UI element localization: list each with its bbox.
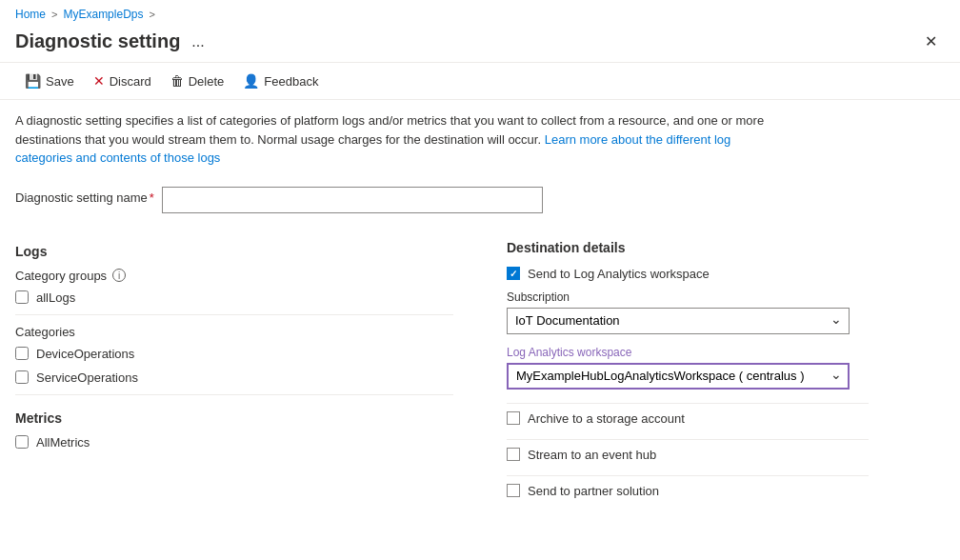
subscription-label: Subscription [507,290,945,304]
delete-label: Delete [189,74,225,89]
toolbar: 💾 Save ✕ Discard 🗑 Delete 👤 Feedback [0,62,960,100]
destination-header: Destination details [507,240,945,255]
event-hub-checkbox[interactable] [507,448,520,461]
info-icon[interactable]: i [112,269,126,282]
logs-header: Logs [15,244,469,259]
main-content: Logs Category groups i allLogs Categorie… [0,232,960,519]
logs-divider-1 [15,314,453,315]
discard-icon: ✕ [93,73,105,89]
alllogs-checkbox[interactable] [15,290,29,304]
dest-divider-3 [507,475,869,476]
description-text: A diagnostic setting specifies a list of… [0,100,781,179]
diagnostic-name-input[interactable] [162,187,543,213]
right-panel: Destination details Send to Log Analytic… [491,240,945,511]
breadcrumb-home[interactable]: Home [15,8,46,21]
partner-solution-row: Send to partner solution [507,484,945,498]
delete-button[interactable]: 🗑 Delete [161,69,234,93]
page-title: Diagnostic setting [15,30,180,52]
left-panel: Logs Category groups i allLogs Categorie… [15,240,491,511]
event-hub-row: Stream to an event hub [507,448,945,462]
alllogs-label[interactable]: allLogs [36,290,75,305]
category-groups-header: Category groups i [15,269,469,283]
save-button[interactable]: 💾 Save [15,69,84,93]
feedback-button[interactable]: 👤 Feedback [233,69,328,93]
service-operations-label[interactable]: ServiceOperations [36,370,138,385]
event-hub-destination: Stream to an event hub [507,448,945,462]
save-icon: 💾 [25,73,41,89]
required-indicator: * [150,190,154,205]
logs-section: Logs Category groups i allLogs Categorie… [15,244,469,395]
workspace-select[interactable]: MyExampleHubLogAnalyticsWorkspace ( cent… [507,363,850,390]
feedback-icon: 👤 [243,73,259,89]
subscription-dropdown-wrapper: IoT Documentation [507,308,850,334]
header-left: Diagnostic setting ... [15,30,209,52]
name-form-field: Diagnostic setting name * [15,187,945,213]
breadcrumb: Home > MyExampleDps > [0,0,960,25]
allmetrics-item: AllMetrics [15,435,469,450]
log-analytics-row: Send to Log Analytics workspace [507,267,945,281]
ellipsis-button[interactable]: ... [188,31,208,52]
log-analytics-label[interactable]: Send to Log Analytics workspace [528,267,710,281]
partner-solution-label[interactable]: Send to partner solution [528,484,659,498]
page-header: Diagnostic setting ... ✕ [0,25,960,62]
breadcrumb-sep-2: > [149,9,154,20]
workspace-group: Log Analytics workspace MyExampleHubLogA… [507,346,945,390]
device-operations-checkbox[interactable] [15,347,29,360]
logs-divider-2 [15,394,453,395]
subscription-select[interactable]: IoT Documentation [507,308,850,334]
alllogs-item: allLogs [15,290,469,305]
partner-solution-destination: Send to partner solution [507,484,945,498]
name-label-text: Diagnostic setting name [15,190,148,205]
storage-account-label[interactable]: Archive to a storage account [528,411,685,426]
workspace-label: Log Analytics workspace [507,346,945,359]
delete-icon: 🗑 [170,73,184,89]
log-analytics-destination: Send to Log Analytics workspace Subscrip… [507,267,945,390]
page-container: Home > MyExampleDps > Diagnostic setting… [0,0,960,560]
category-groups-label: Category groups [15,269,107,283]
dest-divider-2 [507,439,869,440]
service-operations-checkbox[interactable] [15,370,29,384]
feedback-label: Feedback [264,74,318,89]
storage-account-checkbox[interactable] [507,411,520,425]
event-hub-label[interactable]: Stream to an event hub [528,448,656,462]
device-operations-label[interactable]: DeviceOperations [36,347,134,361]
allmetrics-label[interactable]: AllMetrics [36,435,90,450]
name-field-row: Diagnostic setting name * [0,179,960,232]
metrics-section: Metrics AllMetrics [15,410,469,450]
discard-label: Discard [110,74,151,89]
allmetrics-checkbox[interactable] [15,435,29,449]
partner-solution-checkbox[interactable] [507,484,520,497]
metrics-header: Metrics [15,410,469,426]
categories-label: Categories [15,325,469,339]
breadcrumb-dps[interactable]: MyExampleDps [63,8,143,21]
log-analytics-checked-icon[interactable] [507,267,520,280]
storage-account-row: Archive to a storage account [507,411,945,426]
subscription-group: Subscription IoT Documentation [507,290,945,334]
save-label: Save [46,74,74,89]
name-field-wrapper: Diagnostic setting name * [15,187,945,213]
name-label: Diagnostic setting name * [15,190,154,205]
close-button[interactable]: ✕ [917,29,945,54]
service-operations-item: ServiceOperations [15,370,469,385]
workspace-dropdown-wrapper: MyExampleHubLogAnalyticsWorkspace ( cent… [507,363,850,390]
dest-divider-1 [507,403,869,404]
storage-account-destination: Archive to a storage account [507,411,945,426]
discard-button[interactable]: ✕ Discard [84,69,161,93]
breadcrumb-sep-1: > [51,9,57,20]
device-operations-item: DeviceOperations [15,347,469,361]
categories-section: Categories DeviceOperations ServiceOpera… [15,325,469,385]
